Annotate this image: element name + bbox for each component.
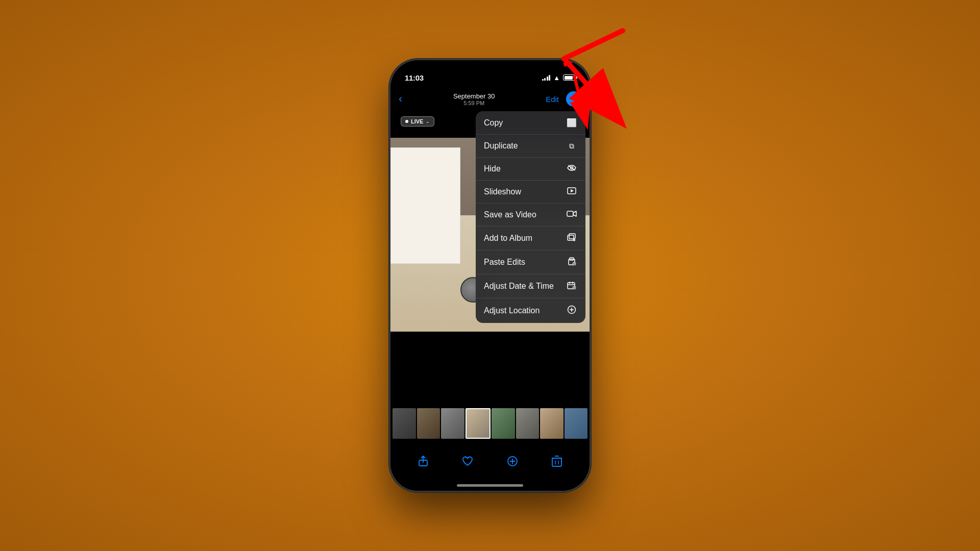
live-indicator-dot [405,120,408,123]
status-icons: ▲ [542,74,575,82]
svg-marker-3 [571,189,574,192]
hide-icon [566,164,577,173]
duplicate-icon: ⧉ [566,142,577,151]
adjust-location-label: Adjust Location [484,306,540,315]
nav-bar: ‹ September 30 5:59 PM Edit ··· [390,88,590,110]
back-button[interactable]: ‹ [399,92,402,106]
thumbnail-6[interactable] [516,408,540,439]
edit-button[interactable]: Edit [546,95,559,104]
menu-item-hide[interactable]: Hide [476,158,585,181]
thumbnail-7[interactable] [540,408,564,439]
bottom-toolbar [390,446,590,477]
menu-item-adjust-location[interactable]: Adjust Location [476,298,585,323]
phone-shell: 11:03 ▲ [390,60,590,491]
thumbnail-8[interactable] [565,408,588,439]
nav-date-info: September 30 5:59 PM [453,92,495,106]
save-video-icon [566,210,577,219]
adjust-datetime-icon [566,281,577,291]
screen: 11:03 ▲ [390,60,590,491]
battery-fill [565,76,573,80]
hide-label: Hide [484,164,501,173]
slideshow-label: Slideshow [484,187,521,196]
svg-rect-4 [567,211,573,216]
thumbnail-2[interactable] [417,408,440,439]
paste-edits-label: Paste Edits [484,258,525,267]
nav-actions: Edit ··· [546,91,581,107]
nav-time-label: 5:59 PM [453,100,495,106]
thumbnail-4[interactable] [465,408,491,439]
add-to-album-button[interactable] [501,450,524,472]
live-label: LIVE [411,118,423,124]
thumbnail-5[interactable] [492,408,515,439]
svg-line-39 [564,31,623,59]
thumbnail-1[interactable] [393,408,416,439]
add-album-label: Add to Album [484,234,532,243]
live-chevron-icon: ⌄ [426,119,430,124]
battery-icon [563,74,575,81]
copy-icon: ⬜ [566,118,577,128]
svg-marker-5 [573,211,576,216]
share-button[interactable] [412,450,434,472]
menu-item-adjust-datetime[interactable]: Adjust Date & Time [476,274,585,298]
svg-rect-30 [552,458,561,466]
adjust-location-icon [566,305,577,316]
duplicate-label: Duplicate [484,141,518,151]
save-video-label: Save as Video [484,210,536,219]
menu-item-slideshow[interactable]: Slideshow [476,181,585,204]
dynamic-island [459,66,521,84]
add-album-icon [566,233,577,243]
more-dots-icon: ··· [570,95,578,103]
copy-label: Copy [484,118,503,128]
photo-cabinet [390,147,460,264]
slideshow-icon [566,187,577,196]
wifi-icon: ▲ [553,74,560,82]
svg-rect-7 [569,234,575,239]
menu-item-paste-edits[interactable]: Paste Edits [476,251,585,274]
menu-item-save-video[interactable]: Save as Video [476,204,585,227]
signal-bars-icon [542,74,551,81]
menu-item-duplicate[interactable]: Duplicate ⧉ [476,135,585,158]
thumbnail-3[interactable] [441,408,464,439]
thumbnail-strip [390,407,590,440]
context-menu: Copy ⬜ Duplicate ⧉ Hide Slideshow [476,111,585,323]
status-time: 11:03 [405,73,424,82]
delete-button[interactable] [546,450,568,472]
heart-button[interactable] [456,450,479,472]
more-button[interactable]: ··· [566,91,581,107]
home-indicator [457,484,523,487]
svg-rect-6 [568,235,574,240]
menu-item-copy[interactable]: Copy ⬜ [476,111,585,135]
menu-item-add-album[interactable]: Add to Album [476,227,585,251]
nav-date-label: September 30 [453,92,495,100]
paste-edits-icon [566,257,577,267]
adjust-datetime-label: Adjust Date & Time [484,282,554,291]
live-badge[interactable]: LIVE ⌄ [401,116,434,127]
